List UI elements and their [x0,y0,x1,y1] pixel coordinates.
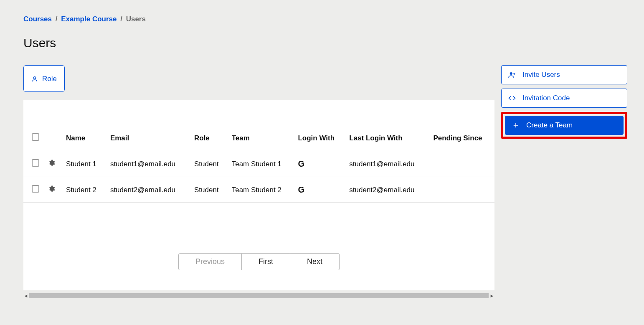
col-email: Email [106,125,190,151]
role-filter-label: Role [42,75,57,83]
svg-point-0 [33,77,35,79]
cell-last-login-with: student1@email.edu [345,151,429,177]
create-team-button[interactable]: Create a Team [505,116,624,135]
row-checkbox[interactable] [32,185,39,193]
cell-email: student2@email.edu [106,177,190,203]
create-team-highlight: Create a Team [501,112,627,139]
pagination-previous[interactable]: Previous [178,253,242,270]
scroll-track[interactable] [29,293,489,298]
users-table: Name Email Role Team Login With Last Log… [23,125,494,203]
scroll-right-icon[interactable]: ► [489,293,494,298]
col-pending-since: Pending Since [429,125,494,151]
table-header-row: Name Email Role Team Login With Last Log… [23,125,494,151]
code-icon [508,94,516,102]
select-all-checkbox[interactable] [32,133,39,141]
breadcrumb-courses[interactable]: Courses [23,15,52,23]
invite-users-button[interactable]: Invite Users [501,65,627,84]
breadcrumb-sep: / [56,15,58,23]
cell-last-login-with: student2@email.edu [345,177,429,203]
gear-icon[interactable] [48,160,55,168]
cell-name: Student 1 [62,151,106,177]
cell-team: Team Student 1 [228,151,294,177]
cell-role: Student [190,177,228,203]
cell-login-with: G [294,177,345,203]
cell-email: student1@email.edu [106,151,190,177]
col-role: Role [190,125,228,151]
pagination: Previous First Next [23,253,494,270]
invitation-code-label: Invitation Code [522,94,570,102]
svg-point-1 [510,72,512,75]
role-filter-button[interactable]: Role [23,65,65,92]
breadcrumb: Courses / Example Course / Users [23,15,627,23]
google-icon: G [298,185,304,195]
create-team-label: Create a Team [526,121,573,129]
invitation-code-button[interactable]: Invitation Code [501,89,627,108]
breadcrumb-course[interactable]: Example Course [61,15,117,23]
table-row: Student 2 student2@email.edu Student Tea… [23,177,494,203]
horizontal-scrollbar[interactable]: ◄ ► [23,292,494,300]
cell-role: Student [190,151,228,177]
invite-users-label: Invite Users [522,71,560,79]
pagination-next[interactable]: Next [290,253,340,270]
table-row: Student 1 student1@email.edu Student Tea… [23,151,494,177]
pagination-first[interactable]: First [242,253,290,270]
breadcrumb-current: Users [126,15,146,23]
gear-icon[interactable] [48,186,55,194]
cell-name: Student 2 [62,177,106,203]
cell-pending-since [429,151,494,177]
col-last-login-with: Last Login With [345,125,429,151]
actions-panel: Invite Users Invitation Code Create a Te… [501,65,627,139]
users-card: Name Email Role Team Login With Last Log… [23,100,494,290]
breadcrumb-sep: / [120,15,122,23]
plus-icon [512,122,520,129]
cell-team: Team Student 2 [228,177,294,203]
cell-pending-since [429,177,494,203]
col-name: Name [62,125,106,151]
col-login-with: Login With [294,125,345,151]
col-team: Team [228,125,294,151]
google-icon: G [298,159,304,169]
page-title: Users [23,36,627,50]
row-checkbox[interactable] [32,159,39,167]
user-plus-icon [508,71,516,79]
scroll-left-icon[interactable]: ◄ [23,293,28,298]
cell-login-with: G [294,151,345,177]
user-icon [31,76,38,82]
